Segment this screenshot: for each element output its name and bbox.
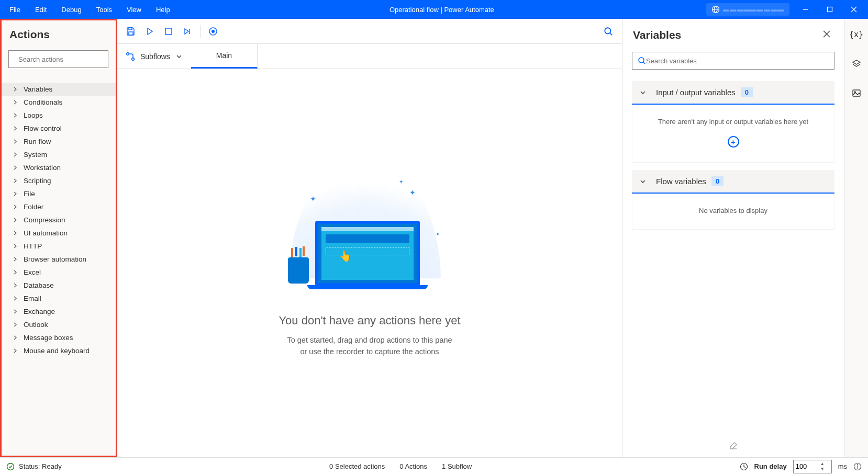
svg-rect-2 <box>828 7 832 12</box>
svg-rect-7 <box>129 28 132 30</box>
editor-canvas[interactable]: ✦ ✦ ✦ ✦ 👆 You don't have any actions <box>117 69 622 457</box>
action-category-conditionals[interactable]: Conditionals <box>0 96 117 109</box>
subflows-dropdown[interactable]: Subflows <box>117 44 191 69</box>
editor-pane: Subflows Main ✦ ✦ ✦ ✦ <box>117 19 622 457</box>
menu-edit[interactable]: Edit <box>28 2 54 18</box>
svg-point-27 <box>7 463 14 470</box>
menu-help[interactable]: Help <box>149 2 177 18</box>
delay-up[interactable]: ▲ <box>819 461 826 467</box>
action-category-run-flow[interactable]: Run flow <box>0 135 117 148</box>
selected-actions-count: 0 Selected actions <box>329 462 385 470</box>
step-icon <box>183 27 192 36</box>
search-icon <box>604 27 613 36</box>
chevron-right-icon <box>13 348 18 354</box>
run-delay-input[interactable]: ▲▼ <box>793 460 832 473</box>
action-category-message-boxes[interactable]: Message boxes <box>0 331 117 344</box>
menu-file[interactable]: File <box>2 2 28 18</box>
chevron-right-icon <box>13 139 18 144</box>
step-button[interactable] <box>178 22 197 41</box>
chevron-right-icon <box>13 269 18 275</box>
rail-images-button[interactable] <box>848 85 865 101</box>
action-category-browser-automation[interactable]: Browser automation <box>0 253 117 266</box>
action-category-outlook[interactable]: Outlook <box>0 318 117 331</box>
variables-pane: Variables Input / output variables 0 The… <box>622 19 844 457</box>
chevron-right-icon <box>13 322 18 327</box>
status-value: Ready <box>42 462 62 470</box>
action-category-variables[interactable]: Variables <box>0 83 117 96</box>
svg-point-18 <box>132 58 135 60</box>
chevron-right-icon <box>13 99 18 105</box>
run-delay-unit: ms <box>838 462 847 470</box>
minimize-button[interactable] <box>794 0 818 19</box>
action-category-http[interactable]: HTTP <box>0 240 117 253</box>
action-category-label: Exchange <box>24 308 55 315</box>
info-icon[interactable] <box>853 462 862 471</box>
action-category-exchange[interactable]: Exchange <box>0 305 117 318</box>
action-category-workstation[interactable]: Workstation <box>0 161 117 174</box>
svg-marker-9 <box>148 28 152 35</box>
action-category-system[interactable]: System <box>0 148 117 161</box>
action-category-compression[interactable]: Compression <box>0 213 117 227</box>
menu-tools[interactable]: Tools <box>89 2 119 18</box>
check-circle-icon <box>6 462 15 471</box>
environment-badge[interactable]: ▬▬▬▬▬▬▬▬▬ <box>706 3 789 16</box>
svg-rect-10 <box>165 28 172 35</box>
action-category-database[interactable]: Database <box>0 279 117 292</box>
chevron-right-icon <box>13 282 18 288</box>
toolbar-search-button[interactable] <box>599 22 618 41</box>
save-button[interactable] <box>121 22 140 41</box>
io-variables-toggle[interactable]: Input / output variables 0 <box>632 81 834 105</box>
svg-marker-24 <box>853 60 860 64</box>
action-category-label: Flow control <box>24 125 62 132</box>
delay-down[interactable]: ▼ <box>819 467 826 472</box>
chevron-down-icon <box>639 178 647 185</box>
record-button[interactable] <box>204 22 222 41</box>
action-category-file[interactable]: File <box>0 187 117 200</box>
action-category-folder[interactable]: Folder <box>0 200 117 213</box>
rail-variables-button[interactable]: {x} <box>848 26 865 43</box>
menu-view[interactable]: View <box>119 2 149 18</box>
empty-illustration: ✦ ✦ ✦ ✦ 👆 <box>279 168 451 299</box>
variables-title: Variables <box>633 29 681 41</box>
run-delay-label: Run delay <box>754 462 787 470</box>
variables-search-input[interactable] <box>646 57 829 65</box>
actions-search-input[interactable] <box>18 55 106 63</box>
chevron-right-icon <box>13 217 18 223</box>
svg-point-14 <box>212 30 215 33</box>
action-category-flow-control[interactable]: Flow control <box>0 122 117 135</box>
flow-variables-empty-text: No variables to display <box>643 207 824 214</box>
action-category-ui-automation[interactable]: UI automation <box>0 227 117 240</box>
tab-main[interactable]: Main <box>191 44 258 69</box>
menu-debug[interactable]: Debug <box>54 2 88 18</box>
action-category-loops[interactable]: Loops <box>0 109 117 122</box>
flow-variables-toggle[interactable]: Flow variables 0 <box>632 170 834 194</box>
title-bar: File Edit Debug Tools View Help Operatio… <box>0 0 868 19</box>
chevron-right-icon <box>13 204 18 210</box>
stop-button[interactable] <box>159 22 178 41</box>
action-category-email[interactable]: Email <box>0 292 117 305</box>
add-io-variable-button[interactable]: + <box>728 136 739 148</box>
maximize-button[interactable] <box>818 0 842 19</box>
variables-close-button[interactable] <box>820 27 833 42</box>
action-category-excel[interactable]: Excel <box>0 266 117 279</box>
action-category-mouse-and-keyboard[interactable]: Mouse and keyboard <box>0 344 117 357</box>
run-delay-value[interactable] <box>796 462 819 470</box>
actions-search[interactable] <box>8 50 108 68</box>
eraser-icon[interactable] <box>729 441 738 450</box>
action-category-label: Mouse and keyboard <box>24 347 90 355</box>
action-category-label: Excel <box>24 268 41 276</box>
action-category-scripting[interactable]: Scripting <box>0 174 117 187</box>
run-button[interactable] <box>140 22 159 41</box>
empty-title: You don't have any actions here yet <box>279 314 460 327</box>
window-title: Operational flow | Power Automate <box>177 6 706 14</box>
rail-ui-elements-button[interactable] <box>848 55 865 72</box>
variables-search[interactable] <box>632 52 834 70</box>
action-category-label: Browser automation <box>24 255 86 263</box>
close-button[interactable] <box>842 0 866 19</box>
actions-count: 0 Actions <box>399 462 427 470</box>
flow-variables-count: 0 <box>711 176 724 186</box>
actions-category-list[interactable]: VariablesConditionalsLoopsFlow controlRu… <box>0 72 117 457</box>
svg-line-16 <box>610 33 612 35</box>
subflows-label: Subflows <box>140 52 170 61</box>
record-icon <box>208 27 218 36</box>
